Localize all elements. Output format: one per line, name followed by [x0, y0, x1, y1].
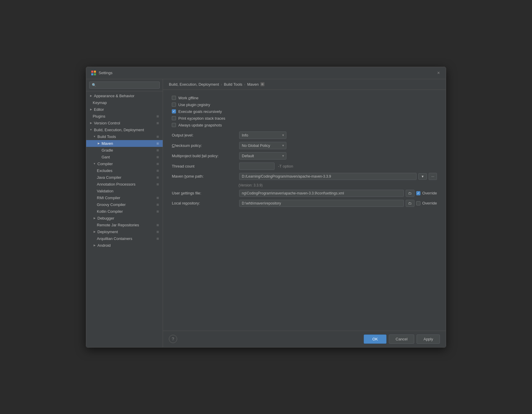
- sidebar-item-plugins[interactable]: Plugins ⊞: [86, 113, 163, 120]
- local-repo-browse-button[interactable]: 🗀: [406, 200, 414, 207]
- chevron-right-icon: ▶: [93, 243, 96, 247]
- chevron-right-icon: ▶: [97, 142, 100, 145]
- app-icon: [91, 70, 96, 76]
- user-settings-override-label: Override: [422, 191, 437, 195]
- sidebar-item-label: Maven: [102, 141, 154, 146]
- help-button[interactable]: ?: [169, 335, 177, 343]
- breadcrumb-icon: ⊞: [260, 82, 265, 86]
- checksum-policy-select-wrap: No Global Policy Warn Fail Ignore ▼: [239, 142, 286, 149]
- sidebar-item-label: Keymap: [93, 100, 160, 105]
- search-input[interactable]: [89, 82, 160, 89]
- close-button[interactable]: ×: [436, 70, 441, 76]
- sidebar-item-kotlin-compiler[interactable]: Kotlin Compiler ⊞: [86, 208, 163, 215]
- sidebar-item-groovy-compiler[interactable]: Groovy Compiler ⊞: [86, 201, 163, 208]
- breadcrumb-part-3: Maven: [247, 82, 259, 87]
- action-buttons: OK Cancel Apply: [364, 335, 440, 344]
- sidebar-item-rmi-compiler[interactable]: RMI Compiler ⊞: [86, 194, 163, 201]
- sidebar-item-label: Android: [97, 243, 160, 248]
- multiproject-fail-select[interactable]: Default Never AtEnd Always: [239, 152, 286, 160]
- settings-icon: ⊞: [156, 230, 160, 234]
- always-update-checkbox[interactable]: [172, 123, 176, 127]
- breadcrumb-part-2: Build Tools: [224, 82, 242, 87]
- local-repo-input[interactable]: [239, 200, 404, 207]
- sidebar-item-label: Version Control: [94, 121, 154, 125]
- multiproject-fail-select-wrap: Default Never AtEnd Always ▼: [239, 152, 286, 160]
- sidebar-item-label: Gradle: [102, 148, 154, 152]
- work-offline-checkbox[interactable]: [172, 96, 176, 100]
- sidebar-item-label: Build Tools: [97, 134, 154, 139]
- sidebar-item-label: Groovy Compiler: [97, 202, 154, 207]
- sidebar-item-gradle[interactable]: Gradle ⊞: [86, 147, 163, 154]
- settings-icon: ⊞: [156, 168, 160, 173]
- bottom-bar: ? OK Cancel Apply: [163, 331, 446, 347]
- user-settings-browse-button[interactable]: 🗀: [406, 190, 414, 197]
- thread-count-input[interactable]: [239, 163, 275, 170]
- cancel-button[interactable]: Cancel: [389, 335, 414, 344]
- sidebar-item-annotation-processors[interactable]: Annotation Processors ⊞: [86, 181, 163, 188]
- sidebar-item-gant[interactable]: Gant ⊞: [86, 154, 163, 160]
- settings-icon: ⊞: [156, 155, 160, 159]
- sidebar-item-keymap[interactable]: Keymap: [86, 99, 163, 106]
- sidebar-item-compiler[interactable]: ▼ Compiler ⊞: [86, 160, 163, 167]
- maven-home-row: Maven home path: ▼ ···: [172, 173, 437, 180]
- user-settings-row: User settings file: 🗀 Override: [172, 190, 437, 197]
- thread-count-label: Thread count: [172, 164, 237, 168]
- user-settings-override-checkbox[interactable]: [416, 191, 420, 195]
- output-level-select[interactable]: Info Debug Quiet: [239, 131, 286, 139]
- execute-goals-checkbox[interactable]: [172, 109, 176, 113]
- sidebar-item-android[interactable]: ▶ Android: [86, 242, 163, 249]
- svg-rect-3: [94, 73, 96, 75]
- settings-icon: ⊞: [156, 196, 160, 200]
- right-panel: Build, Execution, Deployment › Build Too…: [163, 79, 446, 347]
- user-settings-input[interactable]: [239, 190, 404, 197]
- apply-button[interactable]: Apply: [417, 335, 440, 344]
- sidebar-item-build-exec-deploy[interactable]: ▼ Build, Execution, Deployment: [86, 126, 163, 133]
- sidebar-item-remote-jar-repos[interactable]: Remote Jar Repositories ⊞: [86, 222, 163, 228]
- settings-icon: ⊞: [156, 134, 160, 139]
- checksum-policy-row: Checksum policy: No Global Policy Warn F…: [172, 142, 437, 149]
- local-repo-override-checkbox[interactable]: [416, 201, 420, 205]
- sidebar-item-debugger[interactable]: ▶ Debugger: [86, 215, 163, 222]
- sidebar-item-validation[interactable]: Validation: [86, 188, 163, 194]
- chevron-right-icon: ▶: [93, 230, 96, 233]
- sidebar-item-label: Plugins: [93, 114, 154, 118]
- sidebar-item-version-control[interactable]: ▶ Version Control ⊞: [86, 120, 163, 126]
- multiproject-fail-label: Multiproject build fail policy:: [172, 154, 237, 158]
- sidebar-item-deployment[interactable]: ▶ Deployment ⊞: [86, 228, 163, 235]
- checksum-policy-select[interactable]: No Global Policy Warn Fail Ignore: [239, 142, 286, 149]
- maven-version-text: (Version: 3.3.9): [239, 183, 262, 187]
- settings-icon: ⊞: [156, 202, 160, 207]
- local-repo-override-row: Override: [416, 201, 437, 205]
- sidebar-item-label: Build, Execution, Deployment: [94, 128, 160, 132]
- sidebar-item-excludes[interactable]: Excludes ⊞: [86, 167, 163, 174]
- output-level-row: Output level: Info Debug Quiet ▼: [172, 131, 437, 139]
- ok-button[interactable]: OK: [364, 335, 386, 344]
- maven-home-dropdown-button[interactable]: ▼: [418, 173, 427, 180]
- sidebar-item-label: Debugger: [97, 216, 160, 220]
- print-exception-checkbox[interactable]: [172, 116, 176, 120]
- checksum-policy-label: Checksum policy:: [172, 143, 237, 148]
- sidebar-item-java-compiler[interactable]: Java Compiler ⊞: [86, 174, 163, 181]
- always-update-label: Always update snapshots: [178, 123, 231, 127]
- settings-icon: ⊞: [156, 209, 160, 213]
- sidebar-item-label: Java Compiler: [97, 175, 154, 180]
- local-repo-override-label: Override: [422, 201, 437, 205]
- sidebar-item-maven[interactable]: ▶ Maven ⊞: [86, 140, 163, 147]
- breadcrumb-sep-2: ›: [244, 82, 245, 87]
- maven-home-browse-button[interactable]: ···: [429, 173, 437, 180]
- maven-home-label: Maven home path:: [172, 174, 237, 178]
- settings-icon: ⊞: [156, 121, 160, 125]
- sidebar-item-appearance-behavior[interactable]: ▶ Appearance & Behavior: [86, 92, 163, 99]
- sidebar-item-build-tools[interactable]: ▼ Build Tools ⊞: [86, 133, 163, 140]
- title-bar: Settings ×: [86, 67, 446, 79]
- use-plugin-registry-checkbox[interactable]: [172, 103, 176, 107]
- multiproject-fail-row: Multiproject build fail policy: Default …: [172, 152, 437, 160]
- always-update-row: Always update snapshots: [172, 123, 437, 127]
- sidebar-item-editor[interactable]: ▶ Editor: [86, 106, 163, 113]
- sidebar-item-arquillian[interactable]: Arquillian Containers ⊞: [86, 235, 163, 242]
- search-box: [86, 79, 163, 91]
- execute-goals-label: Execute goals recursively: [178, 109, 231, 114]
- chevron-right-icon: ▶: [93, 216, 96, 220]
- maven-home-input[interactable]: [239, 173, 417, 180]
- print-exception-label: Print exception stack traces: [178, 116, 231, 121]
